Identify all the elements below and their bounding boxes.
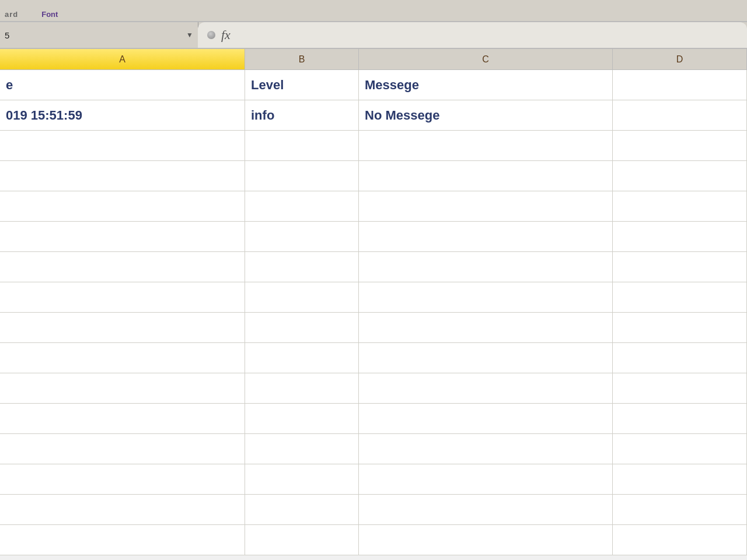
cell-b9[interactable] (245, 313, 359, 342)
table-row: 019 15:51:59 info No Messege (0, 100, 747, 131)
cell-a6[interactable] (0, 222, 245, 251)
cell-c10[interactable] (359, 343, 613, 373)
cell-a10[interactable] (0, 343, 245, 373)
cell-a13[interactable] (0, 434, 245, 464)
cell-c5[interactable] (359, 191, 613, 221)
cell-a4[interactable] (0, 161, 245, 191)
table-row (0, 464, 747, 495)
cell-a1[interactable]: e (0, 70, 245, 100)
cell-a7[interactable] (0, 252, 245, 282)
cell-b11[interactable] (245, 373, 359, 403)
cell-d13[interactable] (613, 434, 747, 464)
col-header-b[interactable]: B (245, 49, 359, 69)
cell-b7[interactable] (245, 252, 359, 282)
cell-d11[interactable] (613, 373, 747, 403)
cell-c12[interactable] (359, 404, 613, 433)
cell-d9[interactable] (613, 313, 747, 342)
cell-a5[interactable] (0, 191, 245, 221)
table-row (0, 191, 747, 222)
formula-circle-icon (207, 31, 215, 39)
cell-c6[interactable] (359, 222, 613, 251)
cell-a12[interactable] (0, 404, 245, 433)
cell-c13[interactable] (359, 434, 613, 464)
cell-c7[interactable] (359, 252, 613, 282)
cell-c14[interactable] (359, 464, 613, 494)
cell-d15[interactable] (613, 495, 747, 524)
table-row (0, 313, 747, 343)
cell-a15[interactable] (0, 495, 245, 524)
name-box[interactable]: 5 ▼ (0, 22, 198, 48)
cell-c4[interactable] (359, 161, 613, 191)
formula-bar[interactable]: fx (198, 22, 747, 48)
table-row (0, 131, 747, 161)
cell-b5[interactable] (245, 191, 359, 221)
cell-a11[interactable] (0, 373, 245, 403)
cell-c9[interactable] (359, 313, 613, 342)
cell-b8[interactable] (245, 282, 359, 312)
cell-a2[interactable]: 019 15:51:59 (0, 100, 245, 130)
cell-d6[interactable] (613, 222, 747, 251)
cell-a3[interactable] (0, 131, 245, 160)
cell-b3[interactable] (245, 131, 359, 160)
cell-c15[interactable] (359, 495, 613, 524)
table-row (0, 343, 747, 373)
cell-a8[interactable] (0, 282, 245, 312)
table-row (0, 495, 747, 525)
spreadsheet-grid: A B C D e Level Messege (0, 49, 747, 560)
cell-a16[interactable] (0, 525, 245, 555)
cell-b14[interactable] (245, 464, 359, 494)
cell-c2[interactable]: No Messege (359, 100, 613, 130)
col-header-a[interactable]: A (0, 49, 245, 69)
cell-c1[interactable]: Messege (359, 70, 613, 100)
col-header-c[interactable]: C (359, 49, 613, 69)
formula-bar-area: 5 ▼ fx (0, 22, 747, 49)
grid-rows: e Level Messege 019 15:51:59 info No Mes… (0, 70, 747, 555)
cell-c3[interactable] (359, 131, 613, 160)
cell-d7[interactable] (613, 252, 747, 282)
table-row (0, 525, 747, 555)
fx-icon: fx (221, 27, 231, 43)
col-header-d[interactable]: D (613, 49, 747, 69)
cell-d3[interactable] (613, 131, 747, 160)
cell-b16[interactable] (245, 525, 359, 555)
table-row: e Level Messege (0, 70, 747, 100)
table-row (0, 373, 747, 404)
cell-d2[interactable] (613, 100, 747, 130)
cell-b2[interactable]: info (245, 100, 359, 130)
table-row (0, 222, 747, 252)
cell-b4[interactable] (245, 161, 359, 191)
cell-b12[interactable] (245, 404, 359, 433)
cell-c16[interactable] (359, 525, 613, 555)
table-row (0, 282, 747, 313)
cell-d16[interactable] (613, 525, 747, 555)
cell-a9[interactable] (0, 313, 245, 342)
cell-b10[interactable] (245, 343, 359, 373)
cell-d4[interactable] (613, 161, 747, 191)
name-box-value: 5 (5, 30, 184, 40)
table-row (0, 434, 747, 464)
name-box-dropdown-icon[interactable]: ▼ (186, 31, 193, 39)
toolbar-font-label: Font (41, 10, 58, 19)
cell-b1[interactable]: Level (245, 70, 359, 100)
toolbar-strip: ard Font (0, 0, 747, 22)
table-row (0, 252, 747, 282)
cell-a14[interactable] (0, 464, 245, 494)
column-headers: A B C D (0, 49, 747, 70)
cell-c8[interactable] (359, 282, 613, 312)
cell-c11[interactable] (359, 373, 613, 403)
cell-b13[interactable] (245, 434, 359, 464)
cell-d10[interactable] (613, 343, 747, 373)
cell-b15[interactable] (245, 495, 359, 524)
cell-d1[interactable] (613, 70, 747, 100)
table-row (0, 161, 747, 191)
cell-d14[interactable] (613, 464, 747, 494)
toolbar-left-label: ard (5, 10, 18, 19)
cell-d5[interactable] (613, 191, 747, 221)
table-row (0, 404, 747, 434)
cell-d8[interactable] (613, 282, 747, 312)
cell-d12[interactable] (613, 404, 747, 433)
cell-b6[interactable] (245, 222, 359, 251)
